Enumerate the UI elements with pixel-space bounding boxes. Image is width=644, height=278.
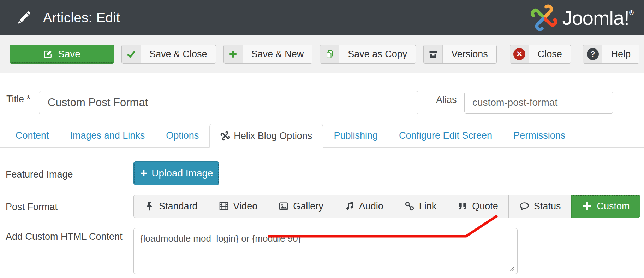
save-button-label: Save — [58, 48, 80, 60]
format-audio-button[interactable]: Audio — [334, 195, 394, 218]
tab-label: Publishing — [334, 130, 378, 141]
joomla-logo-text: Joomla!® — [562, 6, 633, 29]
joomla-logo-icon — [530, 4, 558, 32]
format-status-button[interactable]: Status — [509, 195, 572, 218]
custom-html-textarea[interactable]: {loadmodule mod_login} or {module 90} — [133, 228, 518, 274]
close-icon: ✕ — [510, 45, 529, 63]
picture-icon — [278, 201, 289, 212]
tab-configure-edit-screen[interactable]: Configure Edit Screen — [388, 124, 503, 147]
format-quote-button[interactable]: Quote — [447, 195, 509, 218]
help-button[interactable]: ? Help — [583, 45, 639, 64]
help-icon: ? — [583, 45, 602, 63]
helix-icon — [220, 131, 230, 141]
save-icon — [43, 49, 53, 59]
music-note-icon — [344, 201, 355, 212]
joomla-article-edit-screen: Articles: Edit Joomla!® Save — [0, 0, 644, 278]
question-mark-glyph: ? — [587, 48, 599, 60]
versions-button[interactable]: Versions — [423, 45, 497, 64]
format-gallery-button[interactable]: Gallery — [268, 195, 334, 218]
tab-label: Options — [166, 130, 199, 141]
format-label: Link — [419, 201, 437, 212]
custom-html-label: Add Custom HTML Content — [6, 231, 123, 242]
joomla-wordmark: Joomla! — [562, 7, 629, 29]
help-label: Help — [602, 45, 639, 63]
save-and-close-label: Save & Close — [141, 45, 216, 63]
upload-image-button[interactable]: Upload Image — [133, 161, 219, 185]
tab-label: Permissions — [513, 130, 565, 141]
format-label: Status — [534, 201, 561, 212]
close-button[interactable]: ✕ Close — [510, 45, 571, 64]
title-input[interactable] — [39, 91, 418, 114]
save-as-copy-button[interactable]: Save as Copy — [320, 45, 416, 64]
format-label: Custom — [597, 201, 630, 212]
format-link-button[interactable]: Link — [394, 195, 447, 218]
plus-icon — [582, 201, 592, 212]
edit-form: Title * Alias Content Images and Links O… — [0, 73, 644, 278]
format-video-button[interactable]: Video — [208, 195, 268, 218]
tab-bar: Content Images and Links Options Helix B… — [0, 124, 644, 148]
close-label: Close — [529, 45, 571, 63]
format-label: Quote — [472, 201, 498, 212]
page-title: Articles: Edit — [43, 10, 120, 25]
tab-publishing[interactable]: Publishing — [323, 124, 388, 147]
chain-link-icon — [404, 201, 415, 212]
registered-mark: ® — [629, 9, 633, 16]
save-as-copy-label: Save as Copy — [339, 45, 416, 63]
plus-icon — [139, 169, 148, 178]
close-x-glyph: ✕ — [513, 48, 525, 60]
alias-input[interactable] — [464, 92, 613, 114]
format-label: Standard — [159, 201, 198, 212]
format-label: Gallery — [293, 201, 323, 212]
pushpin-icon — [144, 201, 155, 212]
post-format-label: Post Format — [6, 202, 58, 213]
format-label: Video — [233, 201, 258, 212]
save-button[interactable]: Save — [10, 45, 114, 64]
film-icon — [219, 201, 229, 212]
speech-bubble-icon — [519, 201, 530, 212]
save-and-close-button[interactable]: Save & Close — [121, 45, 216, 64]
tab-options[interactable]: Options — [155, 124, 209, 147]
save-and-new-button[interactable]: Save & New — [223, 45, 313, 64]
tab-label: Configure Edit Screen — [399, 130, 492, 141]
check-icon — [122, 45, 141, 63]
format-label: Audio — [359, 201, 383, 212]
quote-icon — [457, 201, 468, 212]
tab-permissions[interactable]: Permissions — [503, 124, 576, 147]
tab-content[interactable]: Content — [5, 124, 60, 147]
joomla-logo: Joomla!® — [530, 4, 633, 32]
copy-icon — [320, 45, 339, 63]
toolbar: Save Save & Close Save & New Save as Cop… — [0, 35, 644, 73]
tab-label: Images and Links — [70, 130, 145, 141]
archive-icon — [424, 45, 443, 63]
featured-image-label: Featured Image — [6, 169, 73, 180]
save-and-new-label: Save & New — [243, 45, 312, 63]
title-label: Title * — [6, 94, 30, 105]
format-standard-button[interactable]: Standard — [134, 195, 208, 218]
pencil-icon — [16, 10, 32, 25]
upload-image-label: Upload Image — [151, 168, 213, 179]
tab-images-and-links[interactable]: Images and Links — [60, 124, 156, 147]
format-custom-button[interactable]: Custom — [571, 195, 640, 218]
tab-helix-blog-options[interactable]: Helix Blog Options — [209, 124, 323, 148]
tab-label: Content — [16, 130, 49, 141]
page-header: Articles: Edit Joomla!® — [0, 0, 644, 35]
post-format-button-group: Standard Video Gallery Au — [133, 195, 640, 218]
tab-label: Helix Blog Options — [234, 131, 312, 141]
alias-label: Alias — [436, 94, 457, 105]
plus-icon — [224, 45, 243, 63]
versions-label: Versions — [443, 45, 496, 63]
